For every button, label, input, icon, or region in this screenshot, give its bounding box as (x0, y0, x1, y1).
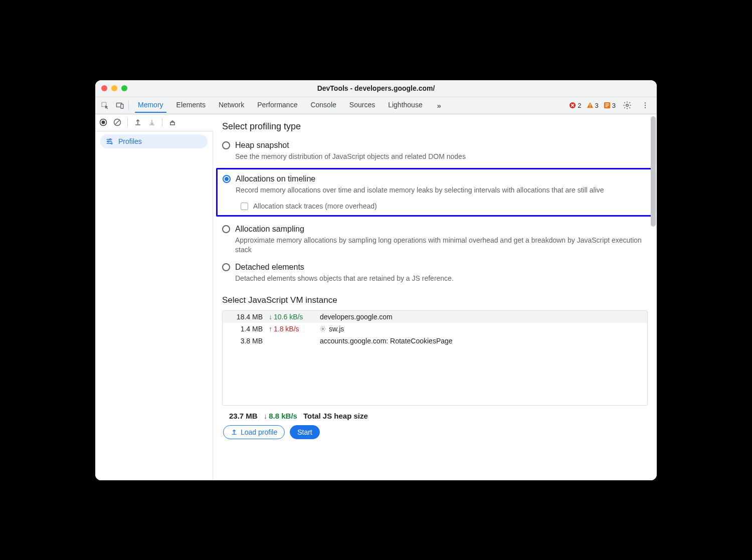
arrow-down-icon: ↓ (264, 412, 268, 420)
sidebar-item-label: Profiles (118, 137, 142, 145)
svg-rect-9 (605, 106, 607, 107)
tab-lighthouse[interactable]: Lighthouse (385, 98, 426, 113)
tab-sources[interactable]: Sources (346, 98, 378, 113)
total-rate: ↓8.8 kB/s (264, 412, 297, 420)
warnings-count: 3 (595, 102, 599, 109)
arrow-down-icon: ↓ (269, 313, 272, 321)
devtools-window: DevTools - developers.google.com/ Memory… (95, 80, 657, 480)
vm-name: accounts.google.com: RotateCookiesPage (320, 337, 642, 345)
option-heap-snapshot[interactable]: Heap snapshot See the memory distributio… (222, 138, 648, 166)
issues-badge[interactable]: 3 (604, 102, 616, 109)
more-tabs-icon[interactable]: » (433, 99, 446, 112)
option-desc: Approximate memory allocations by sampli… (235, 236, 648, 255)
close-window-button[interactable] (101, 85, 107, 91)
settings-gear-icon[interactable] (621, 99, 634, 112)
option-allocation-sampling[interactable]: Allocation sampling Approximate memory a… (222, 222, 648, 260)
errors-count: 2 (578, 102, 581, 109)
scrollbar-thumb[interactable] (651, 116, 656, 227)
svg-rect-4 (590, 104, 590, 106)
zoom-window-button[interactable] (121, 85, 127, 91)
total-label: Total JS heap size (303, 412, 368, 420)
collect-garbage-icon[interactable] (168, 118, 176, 126)
highlighted-option-box: Allocations on timeline Record memory al… (216, 168, 654, 217)
window-controls (101, 85, 127, 91)
svg-point-13 (645, 107, 646, 108)
memory-toolbar (95, 114, 213, 131)
sliders-icon (105, 137, 113, 145)
option-desc: See the memory distribution of JavaScrip… (235, 152, 648, 161)
minimize-window-button[interactable] (111, 85, 117, 91)
footer-buttons: Load profile Start (222, 425, 648, 441)
vm-rate: ↑1.8 kB/s (269, 325, 314, 333)
svg-rect-2 (120, 104, 123, 108)
vm-row[interactable]: 18.4 MB ↓10.6 kB/s developers.google.com (223, 311, 647, 323)
option-label: Allocation sampling (235, 225, 304, 234)
panel-body: Profiles Select profiling type Heap snap… (95, 114, 657, 480)
divider (162, 118, 162, 127)
vm-name: developers.google.com (320, 313, 642, 321)
vm-instance-table: 18.4 MB ↓10.6 kB/s developers.google.com… (222, 310, 648, 406)
start-button[interactable]: Start (290, 425, 320, 439)
svg-point-12 (645, 105, 646, 106)
radio-icon[interactable] (222, 225, 230, 233)
vm-rate: ↓10.6 kB/s (269, 313, 314, 321)
svg-rect-5 (590, 107, 590, 107)
vm-row[interactable]: 1.4 MB ↑1.8 kB/s sw.js (223, 323, 647, 335)
profiles-sidebar: Profiles (95, 131, 213, 480)
vm-instance-heading: Select JavaScript VM instance (222, 295, 648, 305)
total-size: 23.7 MB (229, 412, 258, 420)
option-detached-elements[interactable]: Detached elements Detached elements show… (222, 260, 648, 288)
svg-point-19 (111, 142, 112, 144)
option-label: Allocations on timeline (236, 174, 315, 183)
suboption-stack-traces[interactable]: Allocation stack traces (more overhead) (241, 202, 647, 210)
radio-icon[interactable] (223, 175, 231, 183)
clear-icon[interactable] (113, 118, 121, 126)
total-heap-row: 23.7 MB ↓8.8 kB/s Total JS heap size (222, 406, 648, 425)
scrollbar-track[interactable] (651, 115, 656, 480)
profiling-type-heading: Select profiling type (222, 121, 648, 132)
option-label: Detached elements (235, 263, 304, 272)
svg-point-18 (108, 140, 109, 142)
option-desc: Record memory allocations over time and … (236, 185, 647, 195)
option-allocations-timeline[interactable]: Allocations on timeline Record memory al… (223, 174, 647, 210)
download-icon[interactable] (148, 118, 156, 126)
checkbox-icon[interactable] (241, 203, 248, 210)
tab-network[interactable]: Network (216, 98, 247, 113)
window-title: DevTools - developers.google.com/ (317, 84, 435, 92)
tab-console[interactable]: Console (307, 98, 339, 113)
tab-performance[interactable]: Performance (254, 98, 300, 113)
status-indicators: 2 3 3 (569, 99, 652, 112)
gear-icon (320, 326, 326, 332)
inspect-element-icon[interactable] (98, 99, 111, 112)
svg-rect-7 (605, 104, 609, 104)
panel-tabs: Memory Elements Network Performance Cons… (135, 98, 567, 113)
option-desc: Detached elements shows objects that are… (235, 274, 648, 283)
upload-icon[interactable] (134, 118, 142, 126)
svg-point-10 (626, 104, 629, 107)
svg-point-15 (102, 121, 105, 124)
warnings-badge[interactable]: 3 (587, 102, 599, 109)
issues-count: 3 (612, 102, 616, 109)
arrow-up-icon: ↑ (269, 325, 272, 333)
suboption-label: Allocation stack traces (more overhead) (253, 202, 377, 210)
record-icon[interactable] (99, 118, 107, 126)
vm-size: 3.8 MB (228, 337, 263, 345)
kebab-menu-icon[interactable] (639, 99, 652, 112)
load-profile-button[interactable]: Load profile (223, 425, 285, 439)
radio-icon[interactable] (222, 263, 230, 271)
vm-size: 18.4 MB (228, 313, 263, 321)
option-label: Heap snapshot (235, 141, 289, 150)
sidebar-item-profiles[interactable]: Profiles (100, 134, 208, 148)
svg-point-11 (645, 102, 646, 103)
errors-badge[interactable]: 2 (569, 102, 581, 109)
tab-memory[interactable]: Memory (135, 98, 166, 113)
vm-row[interactable]: 3.8 MB accounts.google.com: RotateCookie… (223, 335, 647, 347)
titlebar: DevTools - developers.google.com/ (95, 80, 657, 97)
svg-rect-8 (605, 105, 609, 105)
panel-tabbar: Memory Elements Network Performance Cons… (95, 97, 657, 114)
svg-point-20 (322, 328, 324, 329)
radio-icon[interactable] (222, 141, 230, 149)
tab-elements[interactable]: Elements (173, 98, 209, 113)
device-toolbar-icon[interactable] (113, 99, 126, 112)
main-content: Select profiling type Heap snapshot See … (213, 114, 657, 480)
